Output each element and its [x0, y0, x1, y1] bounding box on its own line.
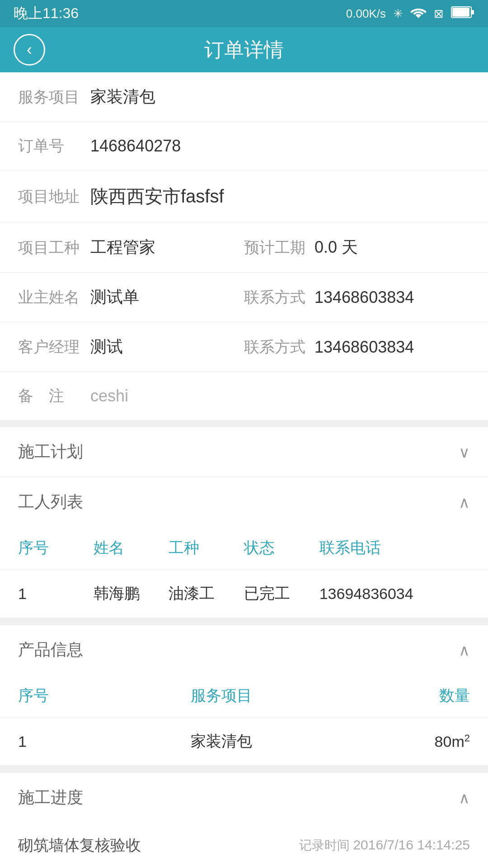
status-time: 晚上11:36	[14, 4, 79, 24]
manager-contact-label: 联系方式	[244, 337, 305, 358]
time-label: 记录时间	[299, 838, 353, 852]
list-item: 砌筑墙体复核验收 记录时间 2016/7/16 14:14:25	[0, 822, 488, 868]
order-label: 订单号	[18, 136, 81, 156]
progress-chevron: ∧	[459, 789, 470, 807]
note-value: ceshi	[90, 387, 128, 406]
product-info-container: 产品信息 ∧ 序号 服务项目 数量 1 家装清包 80m2	[0, 625, 488, 766]
product-th-seq: 序号	[18, 685, 63, 706]
owner-col: 业主姓名 测试单	[18, 286, 244, 308]
header: ‹ 订单详情	[0, 27, 488, 72]
worker-seq: 1	[18, 585, 94, 603]
svg-rect-2	[452, 8, 469, 17]
construction-plan-chevron: ∨	[459, 443, 470, 461]
worker-th-name: 姓名	[94, 538, 169, 558]
manager-col: 客户经理 测试	[18, 336, 244, 358]
table-row: 1 韩海鹏 油漆工 已完工 13694836034	[0, 570, 488, 618]
owner-row: 业主姓名 测试单 联系方式 13468603834	[0, 273, 488, 322]
service-label: 服务项目	[18, 87, 81, 108]
battery-icon	[451, 6, 474, 21]
product-table: 序号 服务项目 数量 1 家装清包 80m2	[0, 675, 488, 766]
work-type-label: 项目工种	[18, 237, 81, 258]
progress-container: 施工进度 ∧ 砌筑墙体复核验收 记录时间 2016/7/16 14:14:25 …	[0, 773, 488, 868]
owner-contact-col: 联系方式 13468603834	[244, 287, 470, 308]
progress-item-name: 砌筑墙体复核验收	[18, 835, 141, 856]
duration-label: 预计工期	[244, 237, 305, 258]
product-table-header: 序号 服务项目 数量	[0, 675, 488, 717]
work-type-value: 工程管家	[90, 236, 155, 259]
back-button[interactable]: ‹	[14, 34, 45, 66]
address-row: 项目地址 陕西西安市fasfsf	[0, 170, 488, 223]
product-th-qty: 数量	[380, 685, 470, 706]
main-content: 服务项目 家装清包 订单号 1468640278 项目地址 陕西西安市fasfs…	[0, 72, 488, 868]
work-type-col: 项目工种 工程管家	[18, 236, 244, 259]
list-item: 1 家装清包 80m2	[0, 717, 488, 766]
status-icons: 0.00K/s ✳ ⊠	[346, 6, 474, 22]
product-service: 家装清包	[63, 731, 380, 752]
note-label: 备 注	[18, 386, 81, 406]
construction-plan-title: 施工计划	[18, 441, 83, 463]
worker-status: 已完工	[244, 583, 319, 604]
network-speed: 0.00K/s	[346, 7, 386, 21]
product-info-chevron: ∧	[459, 641, 470, 659]
work-type-row: 项目工种 工程管家 预计工期 0.0 天	[0, 223, 488, 273]
owner-value: 测试单	[90, 286, 139, 308]
owner-contact-value: 13468603834	[314, 288, 414, 307]
order-info-card: 服务项目 家装清包 订单号 1468640278 项目地址 陕西西安市fasfs…	[0, 72, 488, 420]
address-label: 项目地址	[18, 186, 81, 207]
progress-item-time: 记录时间 2016/7/16 14:14:25	[299, 837, 470, 854]
manager-contact-value: 13468603834	[314, 338, 414, 357]
worker-th-phone: 联系电话	[319, 538, 470, 558]
construction-plan-section[interactable]: 施工计划 ∨	[0, 427, 488, 476]
worker-th-status: 状态	[244, 538, 319, 558]
wifi-icon	[410, 6, 427, 22]
manager-contact-col: 联系方式 13468603834	[244, 337, 470, 358]
product-info-title: 产品信息	[18, 639, 83, 661]
svg-rect-1	[471, 10, 474, 14]
note-row: 备 注 ceshi	[0, 372, 488, 420]
worker-th-type: 工种	[169, 538, 244, 558]
product-th-service: 服务项目	[63, 685, 380, 706]
progress-title: 施工进度	[18, 787, 83, 809]
back-icon: ‹	[27, 40, 32, 59]
worker-list-title: 工人列表	[18, 491, 83, 513]
order-value: 1468640278	[90, 137, 181, 156]
progress-list: 砌筑墙体复核验收 记录时间 2016/7/16 14:14:25 咳默默	[0, 822, 488, 868]
bluetooth-icon: ✳	[393, 7, 403, 21]
service-value: 家装清包	[90, 86, 155, 108]
worker-list-chevron: ∧	[459, 493, 470, 511]
progress-section[interactable]: 施工进度 ∧	[0, 773, 488, 822]
worker-type: 油漆工	[169, 583, 244, 604]
status-bar: 晚上11:36 0.00K/s ✳ ⊠	[0, 0, 488, 27]
duration-value: 0.0 天	[314, 236, 358, 259]
owner-label: 业主姓名	[18, 287, 81, 308]
worker-phone: 13694836034	[319, 585, 470, 603]
worker-list-section[interactable]: 工人列表 ∧	[0, 477, 488, 527]
address-value: 陕西西安市fasfsf	[90, 184, 224, 209]
owner-contact-label: 联系方式	[244, 287, 305, 308]
order-number-row: 订单号 1468640278	[0, 122, 488, 170]
service-row: 服务项目 家装清包	[0, 72, 488, 122]
worker-th-seq: 序号	[18, 538, 94, 558]
product-seq: 1	[18, 733, 63, 750]
manager-label: 客户经理	[18, 337, 81, 358]
page-title: 订单详情	[204, 37, 284, 63]
worker-name: 韩海鹏	[94, 583, 169, 604]
worker-list-container: 工人列表 ∧ 序号 姓名 工种 状态 联系电话 1 韩海鹏 油漆工 已完工 13…	[0, 477, 488, 618]
worker-table-header: 序号 姓名 工种 状态 联系电话	[0, 527, 488, 570]
worker-table: 序号 姓名 工种 状态 联系电话 1 韩海鹏 油漆工 已完工 136948360…	[0, 527, 488, 618]
signal-icon: ⊠	[434, 7, 444, 21]
product-qty: 80m2	[380, 732, 470, 750]
manager-value: 测试	[90, 336, 123, 358]
duration-col: 预计工期 0.0 天	[244, 236, 470, 259]
product-info-section[interactable]: 产品信息 ∧	[0, 625, 488, 675]
manager-row: 客户经理 测试 联系方式 13468603834	[0, 322, 488, 372]
